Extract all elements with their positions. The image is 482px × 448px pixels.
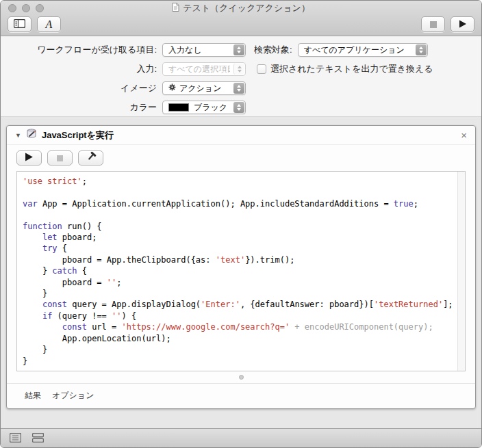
- color-swatch: [168, 103, 189, 111]
- form-row-color: カラー ブラック: [1, 101, 481, 114]
- code-editor-content[interactable]: 'use strict'; var App = Application.curr…: [17, 172, 457, 371]
- automator-window: テスト（クイックアクション） A: [0, 0, 482, 448]
- form-row-input: 入力: すべての選択項目 選択されたテキストを出力で置き換える: [1, 62, 481, 76]
- receives-popup-value: 入力なし: [168, 44, 202, 56]
- editor-resize-handle[interactable]: [239, 375, 244, 380]
- workflow-options-form: ワークフローが受け取る項目: 入力なし 検索対象: すべてのアプリケーション 入…: [1, 36, 481, 117]
- minimize-window-button[interactable]: [22, 4, 30, 12]
- window-chrome: テスト（クイックアクション） A: [1, 1, 481, 36]
- titlebar: テスト（クイックアクション）: [1, 1, 481, 16]
- gear-icon: [168, 83, 176, 93]
- action-footer: 結果 オプション: [7, 384, 475, 401]
- zoom-window-button[interactable]: [36, 4, 44, 12]
- run-workflow-button[interactable]: [451, 16, 474, 32]
- toolbar-left-group: A: [8, 16, 61, 32]
- replace-output-checkbox-label: 選択されたテキストを出力で置き換える: [270, 63, 433, 75]
- disclosure-triangle-icon[interactable]: ▼: [15, 132, 21, 139]
- play-icon: [459, 18, 467, 31]
- traffic-lights: [8, 4, 44, 12]
- action-button-row: [7, 145, 475, 170]
- toolbar-right-group: [421, 16, 474, 32]
- popup-stepper-icon: [233, 44, 244, 55]
- toolbar: A: [1, 16, 481, 36]
- popup-stepper-icon: [233, 64, 244, 75]
- workflow-canvas: ▼ JavaScriptを実行 ×: [1, 117, 481, 428]
- receives-popup[interactable]: 入力なし: [162, 43, 246, 57]
- log-view-button[interactable]: [10, 433, 21, 445]
- compile-script-button[interactable]: [78, 150, 103, 166]
- run-script-button[interactable]: [16, 150, 42, 166]
- search-scope-popup[interactable]: すべてのアプリケーション: [298, 43, 428, 57]
- search-scope-label: 検索対象:: [254, 44, 298, 56]
- hammer-icon: [86, 151, 97, 165]
- popup-stepper-icon: [233, 83, 244, 94]
- form-row-image: イメージ アクション: [1, 81, 481, 95]
- variables-view-button[interactable]: [32, 433, 44, 445]
- stop-script-button[interactable]: [47, 150, 73, 166]
- window-title-area: テスト（クイックアクション）: [172, 2, 310, 14]
- color-label: カラー: [1, 101, 162, 114]
- close-window-button[interactable]: [8, 4, 16, 12]
- input-popup-disabled: すべての選択項目: [162, 62, 246, 76]
- play-icon: [25, 152, 34, 164]
- sidebar-panel-icon: [14, 18, 25, 31]
- stop-icon: [57, 155, 63, 161]
- code-scrollbar[interactable]: [457, 172, 465, 371]
- search-scope-popup-value: すべてのアプリケーション: [304, 44, 405, 56]
- receives-label: ワークフローが受け取る項目:: [1, 44, 162, 56]
- window-title: テスト（クイックアクション）: [183, 2, 310, 14]
- popup-stepper-icon: [233, 102, 244, 113]
- text-media-icon: A: [46, 19, 53, 30]
- media-browser-button[interactable]: A: [37, 16, 61, 32]
- bottom-status-bar: [1, 428, 481, 448]
- action-header: ▼ JavaScriptを実行 ×: [7, 126, 475, 145]
- image-popup[interactable]: アクション: [162, 81, 246, 95]
- options-toggle[interactable]: オプション: [52, 390, 94, 401]
- image-label: イメージ: [1, 82, 162, 94]
- code-editor[interactable]: 'use strict'; var App = Application.curr…: [16, 171, 466, 371]
- script-icon: [26, 129, 37, 142]
- replace-output-checkbox[interactable]: [257, 64, 266, 74]
- form-row-receives: ワークフローが受け取る項目: 入力なし 検索対象: すべてのアプリケーション: [1, 43, 481, 57]
- results-toggle[interactable]: 結果: [25, 390, 41, 401]
- toggle-library-button[interactable]: [8, 16, 31, 32]
- input-popup-value: すべての選択項目: [168, 64, 230, 75]
- input-label: 入力:: [1, 63, 162, 75]
- run-javascript-action-panel: ▼ JavaScriptを実行 ×: [6, 125, 476, 409]
- document-icon: [172, 3, 179, 14]
- image-popup-value: アクション: [179, 83, 221, 94]
- color-popup-value: ブラック: [194, 102, 227, 114]
- popup-stepper-icon: [416, 44, 427, 55]
- close-action-icon[interactable]: ×: [461, 130, 467, 140]
- action-title: JavaScriptを実行: [42, 129, 114, 142]
- stop-icon: [430, 21, 437, 28]
- color-popup[interactable]: ブラック: [162, 101, 246, 114]
- stop-workflow-button[interactable]: [421, 16, 445, 32]
